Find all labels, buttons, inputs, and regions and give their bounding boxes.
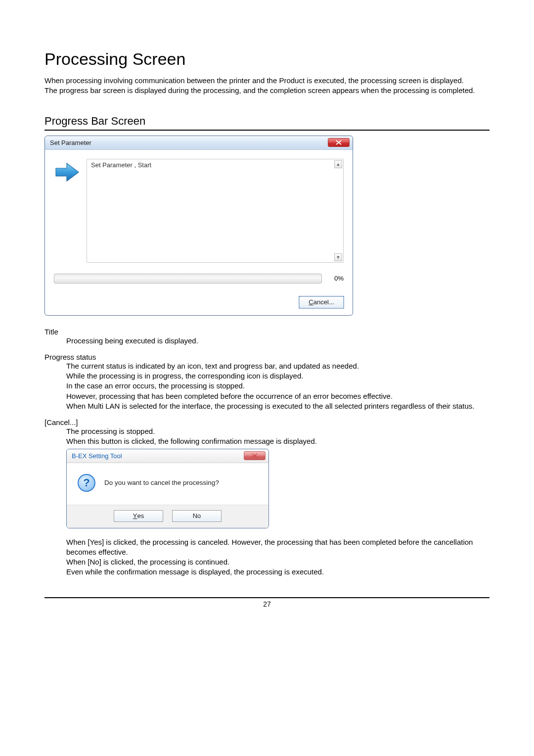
progress-percent: 0% bbox=[329, 275, 344, 282]
after-line: Even while the confirmation message is d… bbox=[66, 567, 490, 577]
log-line: Set Parameter , Start bbox=[91, 161, 151, 169]
cancel-button[interactable]: CCancel...ancel... bbox=[299, 296, 344, 308]
intro-line: The progress bar screen is displayed dur… bbox=[44, 86, 490, 95]
after-line: When [Yes] is clicked, the processing is… bbox=[66, 537, 490, 558]
log-textarea: Set Parameter , Start ▲ ▼ bbox=[87, 159, 344, 263]
confirm-message: Do you want to cancel the processing? bbox=[104, 479, 219, 486]
term-line: The current status is indicated by an ic… bbox=[66, 361, 490, 371]
close-icon[interactable] bbox=[244, 451, 266, 460]
term-title: Title Processing being executed is displ… bbox=[44, 328, 490, 346]
dialog-title: Set Parameter bbox=[50, 139, 91, 146]
dialog-titlebar: B-EX Setting Tool bbox=[67, 449, 268, 463]
page-number: 27 bbox=[44, 600, 490, 608]
intro-block: When processing involving communication … bbox=[44, 76, 490, 96]
arrow-right-icon bbox=[54, 159, 81, 186]
no-button[interactable]: No bbox=[172, 510, 222, 522]
footer-rule bbox=[44, 597, 490, 598]
scroll-down-icon[interactable]: ▼ bbox=[334, 253, 342, 261]
progress-bar bbox=[54, 274, 322, 284]
term-label: Title bbox=[44, 328, 490, 336]
section-heading: Progress Bar Screen bbox=[44, 115, 490, 131]
intro-line: When processing involving communication … bbox=[44, 76, 490, 86]
term-cancel: [Cancel...] The processing is stopped. W… bbox=[44, 418, 490, 447]
question-icon: ? bbox=[78, 474, 95, 492]
scroll-up-icon[interactable]: ▲ bbox=[334, 160, 342, 168]
term-label: [Cancel...] bbox=[44, 418, 490, 426]
term-line: When Multi LAN is selected for the inter… bbox=[66, 401, 490, 411]
term-label: Progress status bbox=[44, 353, 490, 361]
after-confirm-block: When [Yes] is clicked, the processing is… bbox=[44, 537, 490, 577]
close-icon[interactable] bbox=[328, 138, 350, 147]
term-line: Processing being executed is displayed. bbox=[66, 336, 490, 346]
yes-button[interactable]: YesYes bbox=[114, 510, 163, 522]
term-line: While the processing is in progress, the… bbox=[66, 371, 490, 381]
dialog-title: B-EX Setting Tool bbox=[72, 452, 122, 460]
dialog-titlebar: Set Parameter bbox=[45, 136, 353, 150]
term-status: Progress status The current status is in… bbox=[44, 353, 490, 411]
after-line: When [No] is clicked, the processing is … bbox=[66, 557, 490, 567]
progress-dialog: Set Parameter Set Par bbox=[44, 136, 353, 316]
term-line: The processing is stopped. bbox=[66, 426, 490, 436]
page-title: Processing Screen bbox=[44, 49, 490, 69]
confirm-dialog: B-EX Setting Tool ? Do you want to cance… bbox=[66, 449, 269, 528]
term-line: When this button is clicked, the followi… bbox=[66, 436, 490, 446]
term-line: However, processing that has been comple… bbox=[66, 391, 490, 401]
term-line: In the case an error occurs, the process… bbox=[66, 381, 490, 391]
